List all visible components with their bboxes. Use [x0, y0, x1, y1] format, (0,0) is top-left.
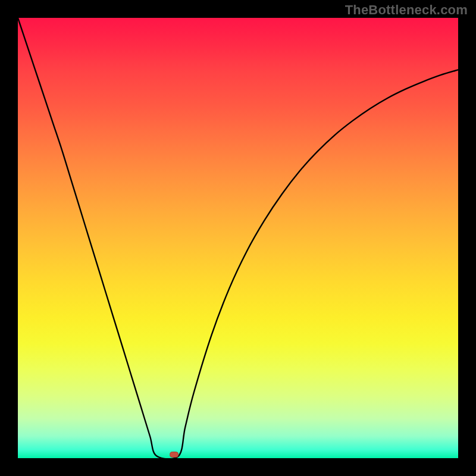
chart-svg [18, 18, 458, 458]
plot-area [18, 18, 458, 458]
bottleneck-curve [18, 18, 458, 459]
minimum-marker [170, 452, 178, 458]
watermark-text: TheBottleneck.com [345, 2, 468, 18]
chart-frame: TheBottleneck.com [0, 0, 476, 476]
